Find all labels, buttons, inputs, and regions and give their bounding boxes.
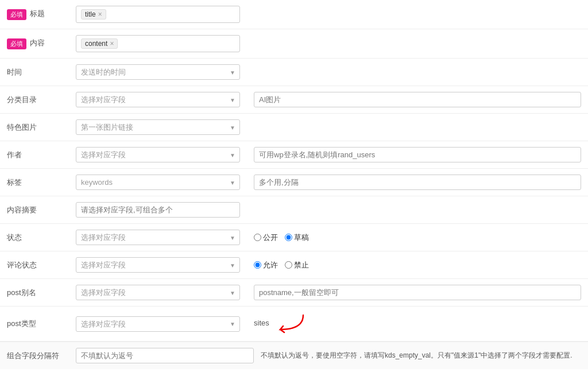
extra-cell-post_type: sites [247,307,588,342]
select-wrapper-status: 选择对应字段▼ [76,230,240,245]
radio-input-comment-deny[interactable] [285,261,292,269]
select-wrapper-author: 选择对应字段▼ [76,147,240,162]
row-post_alias: post别名选择对应字段▼ [0,279,588,307]
combine-field-label: 组合字段分隔符 [7,351,59,360]
input-cell-status: 选择对应字段▼ [69,224,247,251]
field-label-time: 时间 [7,68,22,76]
extra-input-author[interactable] [254,147,581,162]
label-status: 状态 [0,224,69,251]
extra-cell-post_alias [247,279,588,307]
row-category: 分类目录选择对应字段▼ [0,86,588,114]
select-wrapper-post_alias: 选择对应字段▼ [76,285,240,300]
select-wrapper-time: 发送时的时间▼ [76,64,240,80]
input-cell-featured_image: 第一张图片链接▼ [69,114,247,141]
tag-input-title[interactable]: title × [76,6,240,23]
radio-comment-allow[interactable]: 允许 [254,260,278,270]
radio-input-public[interactable] [254,234,261,241]
select-comment_status[interactable]: 选择对应字段 [76,257,240,273]
select-tags[interactable]: keywords [76,175,240,190]
row-status: 状态选择对应字段▼公开草稿 [0,224,588,251]
red-arrow-icon [272,312,306,335]
required-badge: 必填 [7,38,26,49]
status-radio-group: 公开草稿 [254,232,581,243]
row-author: 作者选择对应字段▼ [0,141,588,169]
tag-item: title × [81,9,106,20]
extra-cell-tags [247,169,588,196]
footer-note-text: 不填默认为返号，要使用空字符，请填写kds_empty_val。只有"值来源1"… [261,351,572,359]
extra-input-post_alias[interactable] [254,285,581,300]
extra-cell-featured_image [247,114,588,141]
radio-draft[interactable]: 草稿 [285,232,309,243]
input-cell-comment_status: 选择对应字段▼ [69,251,247,279]
select-wrapper-featured_image: 第一张图片链接▼ [76,119,240,135]
select-wrapper-post_type: 选择对应字段▼ [76,316,240,332]
row-content: 必填内容content × [0,29,588,59]
label-title: 必填标题 [0,0,69,29]
select-post_alias[interactable]: 选择对应字段 [76,285,240,300]
field-label-comment_status: 评论状态 [7,261,37,269]
select-featured_image[interactable]: 第一张图片链接 [76,119,240,135]
field-label-excerpt: 内容摘要 [7,206,37,214]
field-label-title: 标题 [30,9,45,18]
row-title: 必填标题title × [0,0,588,29]
row-time: 时间发送时的时间▼ [0,59,588,86]
extra-text-post_type: sites [254,319,269,327]
row-excerpt: 内容摘要 [0,196,588,224]
extra-input-tags[interactable] [254,175,581,190]
extra-cell-category [247,86,588,114]
select-author[interactable]: 选择对应字段 [76,147,240,162]
input-cell-category: 选择对应字段▼ [69,86,247,114]
field-label-featured_image: 特色图片 [7,123,37,131]
field-label-status: 状态 [7,233,22,242]
field-label-tags: 标签 [7,178,22,187]
radio-public[interactable]: 公开 [254,232,278,243]
extra-cell-time [247,59,588,86]
input-cell-tags: keywords▼ [69,169,247,196]
extra-input-category[interactable] [254,92,581,107]
label-time: 时间 [0,59,69,86]
label-post_type: post类型 [0,307,69,342]
radio-label-public: 公开 [263,232,278,243]
extra-cell-excerpt [247,196,588,224]
field-label-author: 作者 [7,150,22,159]
field-label-category: 分类目录 [7,95,37,104]
input-cell-content: content × [69,29,247,59]
radio-label-comment-allow: 允许 [263,260,278,270]
input-cell-excerpt [69,196,247,224]
select-post_type[interactable]: 选择对应字段 [76,316,240,332]
combine-field-input[interactable] [76,348,254,363]
row-featured_image: 特色图片第一张图片链接▼ [0,114,588,141]
input-cell-time: 发送时的时间▼ [69,59,247,86]
field-label-post_type: post类型 [7,319,36,328]
radio-label-draft: 草稿 [294,232,309,243]
label-author: 作者 [0,141,69,169]
select-wrapper-tags: keywords▼ [76,175,240,190]
form-table: 必填标题title ×必填内容content ×时间发送时的时间▼分类目录选择对… [0,0,588,342]
extra-cell-author [247,141,588,169]
input-cell-title: title × [69,0,247,29]
field-label-post_alias: post别名 [7,288,36,297]
label-post_alias: post别名 [0,279,69,307]
tag-close-icon[interactable]: × [110,40,114,47]
radio-label-comment-deny: 禁止 [294,260,309,270]
text-input-excerpt[interactable] [76,202,240,218]
tag-close-icon[interactable]: × [98,11,102,18]
label-category: 分类目录 [0,86,69,114]
field-label-content: 内容 [30,38,45,47]
row-comment_status: 评论状态选择对应字段▼允许禁止 [0,251,588,279]
select-time[interactable]: 发送时的时间 [76,64,240,80]
extra-cell-comment_status: 允许禁止 [247,251,588,279]
tag-input-content[interactable]: content × [76,35,240,52]
select-category[interactable]: 选择对应字段 [76,92,240,107]
row-tags: 标签keywords▼ [0,169,588,196]
comment-radio-group: 允许禁止 [254,260,581,270]
select-wrapper-comment_status: 选择对应字段▼ [76,257,240,273]
select-status[interactable]: 选择对应字段 [76,230,240,245]
extra-cell-title [247,0,588,29]
radio-input-draft[interactable] [285,234,292,241]
radio-comment-deny[interactable]: 禁止 [285,260,309,270]
tag-item: content × [81,38,118,49]
radio-input-comment-allow[interactable] [254,261,261,269]
input-cell-post_alias: 选择对应字段▼ [69,279,247,307]
label-featured_image: 特色图片 [0,114,69,141]
